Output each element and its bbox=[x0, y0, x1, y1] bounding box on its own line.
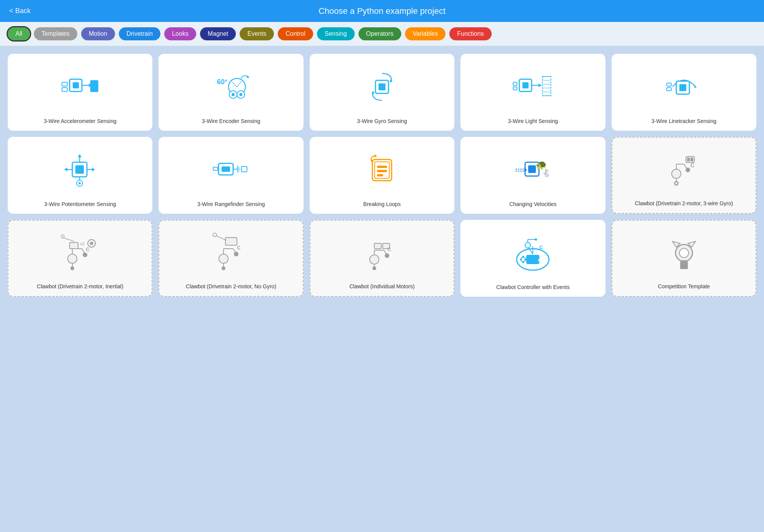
cards-grid: 3-Wire Accelerometer Sensing 60° 3-Wire … bbox=[8, 54, 756, 297]
card-label-rangefinder: 3-Wire Rangefinder Sensing bbox=[197, 201, 265, 208]
filter-sensing[interactable]: Sensing bbox=[317, 27, 355, 40]
card-velocities[interactable]: 🐢 🐇 Changing Velocities bbox=[460, 137, 605, 214]
card-label-gyro: 3-Wire Gyro Sensing bbox=[357, 118, 407, 125]
svg-rect-21 bbox=[522, 82, 529, 88]
svg-rect-120 bbox=[526, 255, 539, 264]
card-gyro[interactable]: 3-Wire Gyro Sensing bbox=[310, 54, 454, 131]
card-clawbot-inertial[interactable]: x2 C Clawbot (Drivetrain 2-motor, Inerti… bbox=[8, 220, 152, 297]
svg-point-124 bbox=[520, 258, 522, 260]
card-accel[interactable]: 3-Wire Accelerometer Sensing bbox=[8, 54, 152, 131]
svg-point-79 bbox=[686, 168, 690, 172]
svg-text:C: C bbox=[691, 162, 694, 168]
svg-rect-140 bbox=[681, 260, 687, 262]
svg-rect-85 bbox=[70, 243, 78, 249]
card-label-linetracker: 3-Wire Linetracker Sensing bbox=[651, 118, 716, 125]
filter-variables[interactable]: Variables bbox=[405, 27, 446, 40]
card-icon-clawbot-inertial: x2 C bbox=[15, 227, 145, 279]
svg-point-97 bbox=[70, 266, 74, 270]
main-content: 3-Wire Accelerometer Sensing 60° 3-Wire … bbox=[0, 46, 764, 304]
card-clawbot-nogyro[interactable]: C Clawbot (Drivetrain 2-motor, No Gyro) bbox=[158, 220, 303, 297]
filter-templates[interactable]: Templates bbox=[34, 27, 77, 40]
svg-point-90 bbox=[68, 254, 77, 263]
card-label-clawbot-inertial: Clawbot (Drivetrain 2-motor, Inertial) bbox=[37, 283, 123, 290]
card-icon-encoder: 60° bbox=[165, 60, 297, 114]
svg-rect-37 bbox=[667, 88, 671, 91]
filter-events[interactable]: Events bbox=[240, 27, 274, 40]
card-icon-linetracker bbox=[618, 60, 750, 114]
card-label-encoder: 3-Wire Encoder Sensing bbox=[202, 118, 260, 125]
svg-text:🐇: 🐇 bbox=[542, 168, 551, 178]
card-icon-breaking bbox=[316, 143, 448, 197]
filter-functions[interactable]: Functions bbox=[449, 27, 491, 40]
card-label-accel: 3-Wire Accelerometer Sensing bbox=[44, 118, 117, 125]
svg-rect-51 bbox=[222, 166, 230, 172]
card-potentiometer[interactable]: 3-Wire Potentiometer Sensing bbox=[8, 137, 152, 214]
card-competition[interactable]: Competition Template bbox=[612, 220, 756, 297]
svg-point-94 bbox=[83, 253, 87, 257]
svg-rect-74 bbox=[691, 158, 693, 161]
svg-rect-24 bbox=[513, 82, 517, 85]
svg-rect-26 bbox=[542, 76, 551, 96]
svg-point-123 bbox=[522, 261, 524, 263]
page-title: Choose a Python example project bbox=[319, 6, 445, 16]
svg-marker-45 bbox=[64, 168, 67, 171]
card-label-velocities: Changing Velocities bbox=[509, 201, 557, 208]
svg-rect-39 bbox=[75, 165, 84, 174]
card-clawbot-controller[interactable]: C Clawbot Controller with Events bbox=[460, 220, 605, 297]
card-label-competition: Competition Template bbox=[658, 283, 710, 290]
svg-line-99 bbox=[216, 236, 226, 240]
svg-point-108 bbox=[222, 266, 225, 270]
svg-point-75 bbox=[672, 169, 681, 178]
svg-point-118 bbox=[372, 266, 376, 270]
card-icon-gyro bbox=[316, 60, 448, 114]
card-light[interactable]: 3-Wire Light Sensing bbox=[460, 54, 605, 131]
header: < Back Choose a Python example project bbox=[0, 0, 764, 22]
card-icon-rangefinder bbox=[165, 143, 297, 197]
svg-rect-36 bbox=[667, 83, 671, 86]
svg-point-132 bbox=[525, 243, 530, 248]
svg-rect-4 bbox=[62, 82, 67, 86]
svg-rect-35 bbox=[679, 84, 686, 91]
card-icon-clawbot-individual: C bbox=[317, 227, 447, 279]
filter-all[interactable]: All bbox=[8, 27, 30, 40]
card-rangefinder[interactable]: 3-Wire Rangefinder Sensing bbox=[158, 137, 303, 214]
svg-text:C: C bbox=[539, 244, 543, 250]
filter-motion[interactable]: Motion bbox=[81, 27, 115, 40]
card-clawbot-gyro[interactable]: C Clawbot (Drivetrain 2-motor, 3-wire Gy… bbox=[612, 137, 756, 214]
card-linetracker[interactable]: 3-Wire Linetracker Sensing bbox=[612, 54, 756, 131]
filter-operators[interactable]: Operators bbox=[359, 27, 401, 40]
svg-point-49 bbox=[78, 182, 81, 185]
card-icon-potentiometer bbox=[14, 143, 146, 197]
svg-text:C: C bbox=[86, 246, 90, 252]
svg-point-105 bbox=[234, 252, 239, 256]
card-label-clawbot-gyro: Clawbot (Drivetrain 2-motor, 3-wire Gyro… bbox=[635, 200, 733, 207]
svg-point-100 bbox=[213, 233, 217, 237]
card-breaking[interactable]: Breaking Loops bbox=[310, 137, 454, 214]
svg-line-86 bbox=[63, 238, 74, 241]
card-label-potentiometer: 3-Wire Potentiometer Sensing bbox=[44, 201, 116, 208]
card-icon-accel bbox=[14, 60, 146, 114]
card-icon-light bbox=[467, 60, 599, 114]
filter-magnet[interactable]: Magnet bbox=[200, 27, 236, 40]
back-button[interactable]: < Back bbox=[9, 7, 31, 15]
card-clawbot-individual[interactable]: C Clawbot (Individual Motors) bbox=[310, 220, 454, 297]
card-encoder[interactable]: 60° 3-Wire Encoder Sensing bbox=[158, 54, 303, 131]
svg-rect-109 bbox=[374, 243, 381, 249]
card-label-clawbot-nogyro: Clawbot (Drivetrain 2-motor, No Gyro) bbox=[186, 283, 276, 290]
filter-control[interactable]: Control bbox=[278, 27, 313, 40]
filter-looks[interactable]: Looks bbox=[164, 27, 196, 40]
svg-rect-25 bbox=[513, 87, 517, 90]
svg-point-135 bbox=[535, 238, 537, 241]
card-icon-velocities: 🐢 🐇 bbox=[467, 143, 599, 197]
svg-rect-62 bbox=[377, 174, 383, 176]
svg-point-129 bbox=[540, 261, 543, 264]
svg-point-125 bbox=[525, 258, 527, 260]
svg-point-115 bbox=[385, 253, 389, 258]
svg-text:C: C bbox=[237, 245, 241, 251]
svg-point-101 bbox=[219, 254, 228, 263]
filter-drivetrain[interactable]: Drivetrain bbox=[119, 27, 160, 40]
svg-point-13 bbox=[232, 93, 235, 96]
svg-point-126 bbox=[540, 257, 543, 259]
svg-point-138 bbox=[679, 248, 689, 258]
card-icon-clawbot-controller: C bbox=[467, 226, 599, 280]
